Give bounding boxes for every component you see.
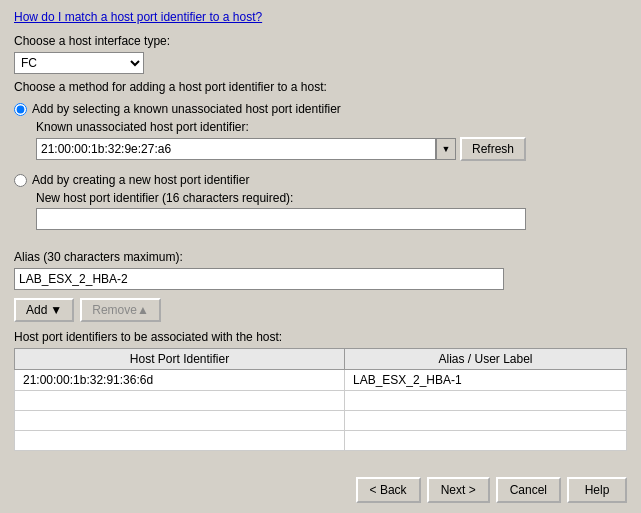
cell-port-1 <box>15 391 345 411</box>
new-port-input[interactable] <box>36 208 526 230</box>
known-port-label: Known unassociated host port identifier: <box>36 120 627 134</box>
alias-input[interactable]: LAB_ESX_2_HBA-2 <box>14 268 504 290</box>
table-row[interactable] <box>15 431 627 451</box>
cell-alias-1 <box>344 391 626 411</box>
known-port-input[interactable]: 21:00:00:1b:32:9e:27:a6 <box>36 138 436 160</box>
help-button[interactable]: Help <box>567 477 627 503</box>
remove-button[interactable]: Remove ▲ <box>80 298 161 322</box>
next-button[interactable]: Next > <box>427 477 490 503</box>
cancel-button[interactable]: Cancel <box>496 477 561 503</box>
refresh-button[interactable]: Refresh <box>460 137 526 161</box>
col-alias: Alias / User Label <box>344 349 626 370</box>
remove-button-label: Remove <box>92 303 137 317</box>
radio-new[interactable] <box>14 174 27 187</box>
add-button-label: Add <box>26 303 47 317</box>
cell-port-2 <box>15 411 345 431</box>
alias-label: Alias (30 characters maximum): <box>14 250 627 264</box>
table-row[interactable]: 21:00:00:1b:32:91:36:6d LAB_ESX_2_HBA-1 <box>15 370 627 391</box>
remove-up-arrow: ▲ <box>137 303 149 317</box>
new-port-label: New host port identifier (16 characters … <box>36 191 627 205</box>
add-button[interactable]: Add ▼ <box>14 298 74 322</box>
cell-port-3 <box>15 431 345 451</box>
table-row[interactable] <box>15 391 627 411</box>
interface-type-select[interactable]: FC iSCSI SAS <box>14 52 144 74</box>
cell-alias-0: LAB_ESX_2_HBA-1 <box>344 370 626 391</box>
interface-type-label: Choose a host interface type: <box>14 34 627 48</box>
radio-known-label: Add by selecting a known unassociated ho… <box>32 102 341 116</box>
col-host-port: Host Port Identifier <box>15 349 345 370</box>
back-button[interactable]: < Back <box>356 477 421 503</box>
table-label: Host port identifiers to be associated w… <box>14 330 627 344</box>
cell-alias-3 <box>344 431 626 451</box>
add-dropdown-arrow: ▼ <box>50 303 62 317</box>
known-port-dropdown-btn[interactable]: ▼ <box>436 138 456 160</box>
cell-port-0: 21:00:00:1b:32:91:36:6d <box>15 370 345 391</box>
help-link[interactable]: How do I match a host port identifier to… <box>14 10 627 24</box>
radio-known[interactable] <box>14 103 27 116</box>
method-label: Choose a method for adding a host port i… <box>14 80 627 94</box>
cell-alias-2 <box>344 411 626 431</box>
table-row[interactable] <box>15 411 627 431</box>
host-port-table: Host Port Identifier Alias / User Label … <box>14 348 627 451</box>
radio-new-label: Add by creating a new host port identifi… <box>32 173 249 187</box>
